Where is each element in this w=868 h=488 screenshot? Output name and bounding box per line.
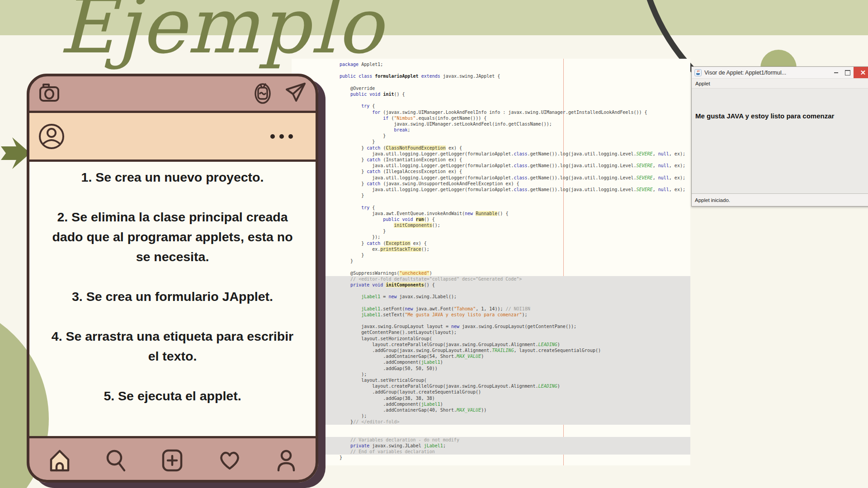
slide-canvas: Ejemplo package Applet1;public class for… xyxy=(0,0,868,488)
code-line: private void initComponents() { xyxy=(292,282,690,288)
code-line xyxy=(292,425,690,431)
code-line: try { xyxy=(292,103,690,109)
code-line: @Override xyxy=(292,85,690,91)
code-line: if ("Nimbus".equals(info.getName())) { xyxy=(292,115,690,121)
code-line xyxy=(292,198,690,204)
window-title: Visor de Applet: Applet1/formul... xyxy=(704,70,830,76)
code-lines: package Applet1;public class formularioA… xyxy=(292,61,690,461)
applet-viewer-window: Visor de Applet: Applet1/formul... ✕ App… xyxy=(691,66,868,206)
code-line: } catch (javax.swing.UnsupportedLookAndF… xyxy=(292,181,690,187)
minimize-button[interactable] xyxy=(830,67,842,78)
step-text: 4. Se arrastra una etiqueta para escribi… xyxy=(27,326,318,366)
code-line: jLabel1 = new javax.swing.JLabel(); xyxy=(292,294,690,300)
code-line xyxy=(292,264,690,270)
code-line: java.util.logging.Logger.getLogger(formu… xyxy=(292,163,690,169)
code-line: } xyxy=(292,139,690,145)
code-line: java.util.logging.Logger.getLogger(formu… xyxy=(292,187,690,192)
code-line: layout.createParallelGroup(javax.swing.G… xyxy=(292,342,690,347)
code-line: // <editor-fold defaultstate="collapsed"… xyxy=(292,276,690,282)
card-profile-row xyxy=(27,113,318,162)
igtv-icon[interactable] xyxy=(254,80,271,104)
code-line: try { xyxy=(292,205,690,211)
code-line xyxy=(292,431,690,437)
step-text: 1. Se crea un nuevo proyecto. xyxy=(27,167,318,187)
code-line: initComponents(); xyxy=(292,222,690,228)
code-line: } catch (Exception ex) { xyxy=(292,240,690,246)
code-line: ); xyxy=(292,371,690,377)
code-line: }); xyxy=(292,234,690,240)
profile-icon[interactable] xyxy=(276,449,297,472)
home-icon[interactable] xyxy=(48,448,71,473)
applet-content: Me gusta JAVA y estoy listo para comenza… xyxy=(692,89,868,193)
code-line xyxy=(292,318,690,324)
step-text: 5. Se ejecuta el applet. xyxy=(27,386,318,406)
code-line: layout.createParallelGroup(javax.swing.G… xyxy=(292,383,690,389)
profile-avatar-icon[interactable] xyxy=(38,123,65,150)
code-line: // End of variables declaration xyxy=(292,449,690,455)
code-line: javax.swing.GroupLayout layout = new jav… xyxy=(292,324,690,329)
window-menubar: Applet xyxy=(692,79,868,89)
step-text: 3. Se crea un formulario JApplet. xyxy=(27,286,318,306)
step-text: 2. Se elimina la clase principal creadad… xyxy=(27,207,318,267)
close-button[interactable]: ✕ xyxy=(854,67,868,78)
code-line: } catch (IllegalAccessException ex) { xyxy=(292,169,690,174)
search-icon[interactable] xyxy=(105,449,126,472)
code-line: } xyxy=(292,228,690,234)
code-line: } xyxy=(292,258,690,264)
code-line: .addComponent(jLabel1) xyxy=(292,401,690,407)
code-line: javax.swing.UIManager.setLookAndFeel(inf… xyxy=(292,121,690,127)
page-title: Ejemplo xyxy=(59,0,383,70)
code-line: java.util.logging.Logger.getLogger(formu… xyxy=(292,175,690,181)
code-line: layout.setVerticalGroup( xyxy=(292,377,690,383)
code-line: .addComponent(jLabel1) xyxy=(292,359,690,365)
code-line: public void init() { xyxy=(292,91,690,97)
code-line: } xyxy=(292,133,690,139)
code-line xyxy=(292,288,690,294)
code-line: } catch (ClassNotFoundException ex) { xyxy=(292,145,690,151)
code-line: break; xyxy=(292,127,690,133)
more-options-icon[interactable] xyxy=(270,134,293,139)
code-line: layout.setHorizontalGroup( xyxy=(292,336,690,342)
card-bottom-nav xyxy=(27,436,318,483)
code-line: .addGap(38, 38, 38) xyxy=(292,395,690,401)
heart-icon[interactable] xyxy=(218,450,241,471)
camera-icon[interactable] xyxy=(38,81,60,103)
code-line: getContentPane().setLayout(layout); xyxy=(292,329,690,335)
share-plane-icon[interactable] xyxy=(285,81,307,103)
code-line: .addContainerGap(40, Short.MAX_VALUE)) xyxy=(292,407,690,413)
code-line: @SuppressWarnings("unchecked") xyxy=(292,270,690,276)
java-icon xyxy=(694,69,702,76)
card-header xyxy=(27,74,318,113)
code-line: private javax.swing.JLabel jLabel1; xyxy=(292,443,690,449)
status-text: Applet iniciado. xyxy=(695,197,730,203)
code-line: java.awt.EventQueue.invokeAndWait(new Ru… xyxy=(292,211,690,216)
code-line: java.util.logging.Logger.getLogger(formu… xyxy=(292,151,690,157)
code-line: jLabel1.setFont(new java.awt.Font("Tahom… xyxy=(292,306,690,312)
maximize-button[interactable] xyxy=(842,67,854,78)
code-line: .addContainerGap(54, Short.MAX_VALUE) xyxy=(292,353,690,359)
code-line: for (javax.swing.UIManager.LookAndFeelIn… xyxy=(292,109,690,115)
code-line xyxy=(292,300,690,306)
code-line: // Variables declaration - do not modify xyxy=(292,437,690,443)
code-line: jLabel1.setText("Me gusta JAVA y estoy l… xyxy=(292,312,690,318)
code-line xyxy=(292,97,690,103)
code-line: .addGroup(layout.createSequentialGroup() xyxy=(292,389,690,395)
code-editor: package Applet1;public class formularioA… xyxy=(292,59,690,465)
code-line: ); xyxy=(292,413,690,419)
code-line xyxy=(292,80,690,85)
code-line: public void run() { xyxy=(292,216,690,222)
code-line: .addGap(50, 50, 50)) xyxy=(292,366,690,371)
instagram-card: 1. Se crea un nuevo proyecto.2. Se elimi… xyxy=(27,74,318,483)
menu-item-applet[interactable]: Applet xyxy=(695,81,710,86)
applet-label: Me gusta JAVA y estoy listo para comenza… xyxy=(695,112,868,120)
code-line: ex.printStackTrace(); xyxy=(292,246,690,252)
window-titlebar[interactable]: Visor de Applet: Applet1/formul... ✕ xyxy=(692,67,868,79)
add-post-icon[interactable] xyxy=(161,449,184,472)
steps-list: 1. Se crea un nuevo proyecto.2. Se elimi… xyxy=(27,162,318,436)
code-line: .addGroup(javax.swing.GroupLayout.Alignm… xyxy=(292,347,690,353)
code-line: } xyxy=(292,192,690,198)
code-line: } xyxy=(292,455,690,460)
code-line: public class formularioApplet extends ja… xyxy=(292,73,690,79)
code-line: }// </editor-fold> xyxy=(292,419,690,425)
code-line: } catch (InstantiationException ex) { xyxy=(292,157,690,163)
